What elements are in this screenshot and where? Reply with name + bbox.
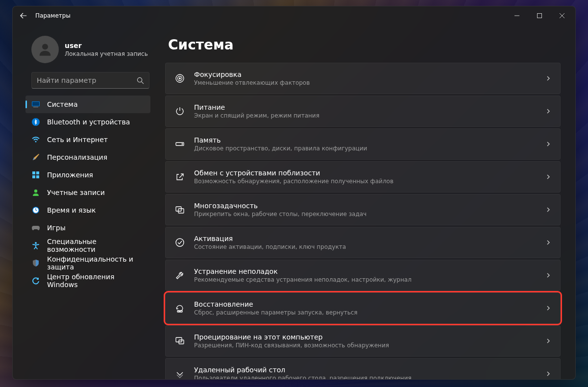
card-troubleshoot[interactable]: Устранение неполадокРекомендуемые средст… (165, 260, 561, 291)
app-title: Параметры (35, 12, 71, 19)
user-account-row[interactable]: user Локальная учетная запись (31, 36, 153, 63)
svg-rect-8 (32, 171, 35, 174)
card-activation[interactable]: АктивацияСостояние активации, подписки, … (165, 227, 561, 258)
card-focus[interactable]: ФокусировкаУменьшение отвлекающих фактор… (165, 63, 561, 94)
chevron-right-icon (545, 369, 551, 379)
maximize-button[interactable] (528, 8, 551, 24)
card-storage[interactable]: ПамятьДисковое пространство, диски, прав… (165, 128, 561, 160)
svg-point-18 (179, 78, 181, 79)
bluetooth-icon (31, 118, 40, 126)
chevron-right-icon (545, 74, 551, 83)
card-title: Активация (194, 235, 537, 242)
svg-point-20 (182, 144, 183, 145)
card-subtitle: Состояние активации, подписки, ключ прод… (194, 243, 537, 250)
user-name: user (65, 42, 148, 49)
system-icon (31, 100, 40, 109)
sidebar-item-label: Учетные записи (47, 189, 105, 196)
sidebar-item-brush[interactable]: Персонализация (25, 148, 150, 166)
card-multitask[interactable]: МногозадачностьПрикрепить окна, рабочие … (165, 194, 561, 225)
svg-rect-0 (538, 14, 542, 18)
minimize-button[interactable] (506, 8, 528, 24)
card-recovery[interactable]: ВосстановлениеСброс, расширенные парамет… (165, 292, 561, 324)
search-input[interactable] (37, 76, 137, 84)
card-share[interactable]: Обмен с устройствами поблизостиВозможнос… (165, 161, 561, 193)
apps-icon (31, 170, 40, 179)
card-subtitle: Возможность обнаружения, расположение по… (194, 178, 537, 185)
settings-window: Параметры user Локальная учетная запись (12, 6, 576, 380)
page-title: Система (168, 37, 561, 53)
card-title: Удаленный рабочий стол (194, 366, 537, 374)
storage-icon (174, 139, 185, 149)
project-icon (174, 336, 185, 346)
svg-point-12 (34, 190, 37, 193)
brush-icon (31, 153, 40, 162)
card-title: Питание (194, 103, 537, 111)
sidebar-item-label: Центр обновления Windows (47, 273, 145, 289)
update-icon (31, 276, 40, 285)
shield-icon (31, 259, 40, 267)
chevron-right-icon (545, 140, 551, 149)
sidebar-item-label: Игры (47, 224, 66, 232)
sidebar-item-clock[interactable]: Время и язык (25, 201, 150, 219)
card-title: Восстановление (194, 300, 537, 308)
card-power[interactable]: ПитаниеЭкран и спящий режим, режим питан… (165, 96, 561, 127)
titlebar: Параметры (13, 6, 575, 25)
sidebar-item-label: Специальные возможности (47, 238, 145, 253)
recovery-icon (174, 303, 185, 313)
search-box[interactable] (31, 72, 149, 89)
sidebar-item-person[interactable]: Учетные записи (25, 184, 150, 201)
svg-point-23 (176, 239, 184, 246)
nav-list: СистемаBluetooth и устройстваСеть и Инте… (23, 96, 153, 290)
sidebar-item-system[interactable]: Система (25, 96, 150, 113)
sidebar-item-shield[interactable]: Конфиденциальность и защита (25, 254, 150, 272)
card-title: Фокусировка (194, 71, 537, 78)
sidebar-item-wifi[interactable]: Сеть и Интернет (25, 131, 150, 148)
sidebar-item-bluetooth[interactable]: Bluetooth и устройства (25, 113, 150, 131)
card-project[interactable]: Проецирование на этот компьютерРазрешени… (165, 325, 561, 357)
multitask-icon (174, 205, 185, 215)
sidebar-item-label: Bluetooth и устройства (47, 118, 130, 126)
chevron-right-icon (545, 172, 551, 182)
troubleshoot-icon (174, 270, 185, 280)
clock-icon (31, 206, 40, 215)
user-subtitle: Локальная учетная запись (65, 50, 148, 57)
chevron-right-icon (545, 107, 551, 116)
chevron-right-icon (545, 304, 551, 313)
sidebar-item-label: Система (47, 100, 77, 108)
card-subtitle: Пользователи удаленного рабочего стола, … (194, 375, 537, 379)
main-content[interactable]: Система ФокусировкаУменьшение отвлекающи… (157, 25, 575, 379)
accessibility-icon (31, 241, 40, 250)
sidebar-item-apps[interactable]: Приложения (25, 166, 150, 184)
sidebar: user Локальная учетная запись СистемаBlu… (13, 25, 157, 379)
card-subtitle: Прикрепить окна, рабочие столы, переключ… (194, 211, 537, 218)
card-remote[interactable]: Удаленный рабочий столПользователи удале… (165, 358, 561, 379)
close-button[interactable] (551, 8, 573, 24)
svg-rect-10 (32, 175, 35, 178)
sidebar-item-games[interactable]: Игры (25, 219, 150, 237)
sidebar-item-label: Сеть и Интернет (47, 136, 108, 144)
chevron-right-icon (545, 271, 551, 280)
sidebar-item-accessibility[interactable]: Специальные возможности (25, 237, 150, 254)
card-title: Многозадачность (194, 202, 537, 210)
activation-icon (174, 238, 185, 247)
power-icon (174, 106, 185, 116)
search-icon (137, 77, 144, 84)
card-subtitle: Экран и спящий режим, режим питания (194, 112, 537, 119)
chevron-right-icon (545, 238, 551, 247)
svg-rect-4 (32, 102, 39, 106)
svg-rect-5 (33, 107, 38, 107)
card-title: Память (194, 136, 537, 144)
card-subtitle: Рекомендуемые средства устранения непола… (194, 276, 537, 283)
card-subtitle: Дисковое пространство, диски, правила ко… (194, 145, 537, 152)
back-button[interactable] (15, 7, 32, 24)
sidebar-item-label: Приложения (47, 171, 93, 179)
wifi-icon (31, 135, 40, 144)
svg-point-2 (137, 77, 142, 82)
games-icon (31, 223, 40, 232)
card-subtitle: Уменьшение отвлекающих факторов (194, 79, 537, 86)
window-controls (506, 8, 573, 24)
card-title: Обмен с устройствами поблизости (194, 169, 537, 177)
sidebar-item-update[interactable]: Центр обновления Windows (25, 272, 150, 290)
focus-icon (174, 73, 185, 83)
svg-point-15 (35, 242, 37, 244)
